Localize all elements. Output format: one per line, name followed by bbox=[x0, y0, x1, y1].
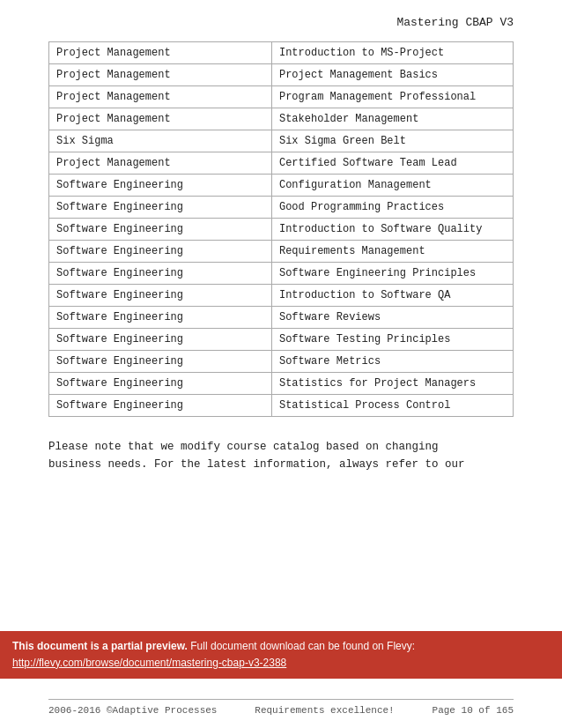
table-cell-category: Software Engineering bbox=[49, 219, 272, 241]
table-cell-course: Program Management Professional bbox=[271, 86, 513, 108]
table-cell-course: Software Metrics bbox=[271, 351, 513, 373]
table-cell-course: Certified Software Team Lead bbox=[271, 152, 513, 175]
table-cell-category: Software Engineering bbox=[49, 241, 272, 263]
footer-center: Requirements excellence! bbox=[255, 705, 394, 716]
page-container: Mastering CBAP V3 Project ManagementIntr… bbox=[0, 0, 562, 728]
table-cell-course: Software Engineering Principles bbox=[271, 263, 513, 285]
table-row: Software EngineeringStatistical Process … bbox=[49, 395, 514, 417]
table-cell-category: Software Engineering bbox=[49, 351, 272, 373]
table-row: Software EngineeringGood Programming Pra… bbox=[49, 197, 514, 219]
table-cell-category: Software Engineering bbox=[49, 329, 272, 351]
table-cell-course: Six Sigma Green Belt bbox=[271, 130, 513, 152]
table-cell-course: Introduction to Software Quality bbox=[271, 219, 513, 241]
banner-link[interactable]: http://flevy.com/browse/document/masteri… bbox=[12, 657, 286, 669]
banner-normal: Full document download can be found on F… bbox=[188, 640, 415, 652]
page-header: Mastering CBAP V3 bbox=[48, 0, 514, 38]
note-line2: business needs. For the latest informati… bbox=[48, 458, 465, 471]
table-cell-course: Statistical Process Control bbox=[271, 395, 513, 417]
table-row: Software EngineeringSoftware Reviews bbox=[49, 307, 514, 329]
course-table: Project ManagementIntroduction to MS-Pro… bbox=[48, 41, 514, 417]
table-row: Software EngineeringSoftware Engineering… bbox=[49, 263, 514, 285]
table-cell-category: Software Engineering bbox=[49, 285, 272, 307]
table-cell-category: Project Management bbox=[49, 42, 272, 64]
table-cell-course: Software Testing Principles bbox=[271, 329, 513, 351]
table-cell-course: Project Management Basics bbox=[271, 64, 513, 86]
table-cell-course: Good Programming Practices bbox=[271, 197, 513, 219]
footer-right: Page 10 of 165 bbox=[433, 705, 514, 716]
table-row: Project ManagementProject Management Bas… bbox=[49, 64, 514, 86]
table-cell-category: Project Management bbox=[49, 64, 272, 86]
table-row: Project ManagementCertified Software Tea… bbox=[49, 152, 514, 175]
table-cell-category: Software Engineering bbox=[49, 175, 272, 197]
table-cell-category: Project Management bbox=[49, 152, 272, 175]
table-cell-category: Project Management bbox=[49, 108, 272, 130]
preview-banner: This document is a partial preview. Full… bbox=[0, 631, 562, 679]
table-row: Project ManagementStakeholder Management bbox=[49, 108, 514, 130]
banner-bold: This document is a partial preview. bbox=[12, 640, 188, 652]
table-cell-course: Introduction to Software QA bbox=[271, 285, 513, 307]
table-cell-category: Software Engineering bbox=[49, 373, 272, 395]
table-row: Software EngineeringRequirements Managem… bbox=[49, 241, 514, 263]
table-row: Six SigmaSix Sigma Green Belt bbox=[49, 130, 514, 152]
table-cell-category: Software Engineering bbox=[49, 263, 272, 285]
page-footer: 2006-2016 ©Adaptive Processes Requiremen… bbox=[48, 699, 514, 716]
table-cell-course: Statistics for Project Managers bbox=[271, 373, 513, 395]
table-cell-category: Project Management bbox=[49, 86, 272, 108]
table-cell-category: Software Engineering bbox=[49, 197, 272, 219]
note-section: Please note that we modify course catalo… bbox=[48, 438, 514, 473]
table-row: Software EngineeringStatistics for Proje… bbox=[49, 373, 514, 395]
table-row: Software EngineeringSoftware Metrics bbox=[49, 351, 514, 373]
header-title: Mastering CBAP V3 bbox=[396, 16, 514, 29]
note-line1: Please note that we modify course catalo… bbox=[48, 441, 439, 453]
table-row: Software EngineeringIntroduction to Soft… bbox=[49, 285, 514, 307]
table-cell-category: Software Engineering bbox=[49, 395, 272, 417]
course-table-wrapper: Project ManagementIntroduction to MS-Pro… bbox=[48, 41, 514, 417]
table-cell-course: Introduction to MS-Project bbox=[271, 42, 513, 64]
table-row: Project ManagementProgram Management Pro… bbox=[49, 86, 514, 108]
table-row: Software EngineeringConfiguration Manage… bbox=[49, 175, 514, 197]
table-cell-category: Six Sigma bbox=[49, 130, 272, 152]
table-cell-course: Configuration Management bbox=[271, 175, 513, 197]
table-cell-course: Stakeholder Management bbox=[271, 108, 513, 130]
footer-left: 2006-2016 ©Adaptive Processes bbox=[48, 705, 217, 716]
table-cell-category: Software Engineering bbox=[49, 307, 272, 329]
table-row: Software EngineeringIntroduction to Soft… bbox=[49, 219, 514, 241]
table-row: Project ManagementIntroduction to MS-Pro… bbox=[49, 42, 514, 64]
table-row: Software EngineeringSoftware Testing Pri… bbox=[49, 329, 514, 351]
table-cell-course: Software Reviews bbox=[271, 307, 513, 329]
table-cell-course: Requirements Management bbox=[271, 241, 513, 263]
